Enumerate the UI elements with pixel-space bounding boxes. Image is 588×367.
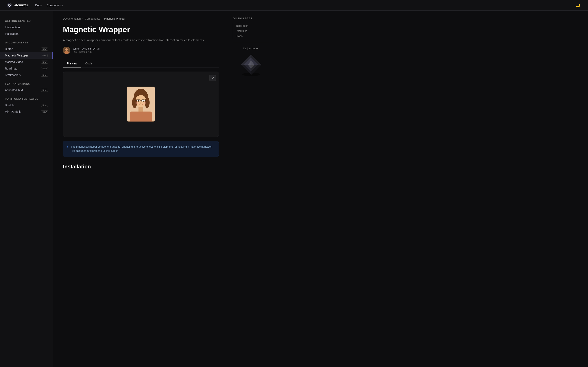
photo-card-inner [127, 87, 155, 122]
sidebar: Getting Started Introduction Installatio… [0, 11, 53, 367]
sidebar-item-masked-video-label: Masked Video [5, 60, 23, 64]
sidebar-item-introduction[interactable]: Introduction [0, 24, 53, 31]
preview-refresh-button[interactable]: ↺ [209, 75, 216, 81]
author-name: Written by Mihir (OPM) [73, 47, 100, 50]
preview-photo-card [127, 86, 155, 122]
avatar-icon [63, 47, 70, 54]
sidebar-item-roadmap[interactable]: Roadmap New [0, 65, 53, 72]
author-info: Written by Mihir (OPM) Last updated 22h [73, 47, 100, 53]
sidebar-item-masked-video[interactable]: Masked Video New [0, 59, 53, 65]
logo-text: atomix/ui [14, 3, 29, 7]
svg-point-26 [140, 102, 142, 104]
sidebar-item-mini-portfolio-badge: New [41, 110, 48, 113]
toc-title: On This Page [233, 17, 269, 20]
topnav-right: 🌙 [575, 2, 581, 9]
svg-point-19 [139, 100, 139, 101]
sidebar-item-roadmap-badge: New [41, 67, 48, 70]
sidebar-section-ui-components: UI Components [0, 39, 53, 46]
info-box: ℹ The MagneticWrapper component adds an … [63, 141, 219, 157]
sidebar-item-animated-text-label: Animated Text [5, 89, 23, 92]
theme-toggle-button[interactable]: 🌙 [575, 2, 581, 9]
logo-icon [7, 2, 12, 8]
sidebar-item-roadmap-label: Roadmap [5, 67, 17, 70]
breadcrumb-sep-1: › [82, 17, 83, 20]
tab-preview[interactable]: Preview [63, 60, 81, 67]
right-panel: On This Page Installation Examples Props… [229, 11, 274, 367]
topnav-links: Docs Components [35, 4, 568, 7]
sidebar-item-mini-portfolio-label: Mini Portfolio [5, 110, 21, 113]
sidebar-item-animated-text[interactable]: Animated Text New [0, 87, 53, 93]
toc-props[interactable]: Props [233, 33, 269, 39]
sidebar-item-button-label: Button [5, 47, 13, 50]
sidebar-item-magnetic-wrapper-badge: New [41, 54, 48, 57]
sidebar-item-bentolio[interactable]: Bentolio New [0, 102, 53, 108]
tab-code[interactable]: Code [81, 60, 96, 67]
logo[interactable]: atomix/ui [7, 2, 29, 8]
refresh-icon: ↺ [211, 76, 214, 80]
toc-installation[interactable]: Installation [233, 23, 269, 28]
tagline: It's just better. [243, 47, 259, 50]
main-layout: Getting Started Introduction Installatio… [0, 11, 588, 367]
sidebar-item-testimonials-label: Testimonials [5, 73, 21, 77]
sidebar-item-magnetic-wrapper-label: Magnetic Wrapper [5, 54, 28, 57]
sidebar-item-magnetic-wrapper[interactable]: Magnetic Wrapper New [0, 52, 53, 59]
sidebar-item-bentolio-badge: New [41, 104, 48, 107]
info-text: The MagneticWrapper component adds an en… [71, 145, 215, 153]
topnav: atomix/ui Docs Components 🌙 [0, 0, 588, 11]
sidebar-item-animated-text-badge: New [41, 89, 48, 92]
svg-point-4 [65, 48, 68, 51]
installation-section-title: Installation [63, 164, 219, 170]
breadcrumb-components[interactable]: Components [85, 17, 100, 20]
svg-point-30 [251, 60, 251, 61]
svg-point-28 [143, 102, 147, 104]
svg-point-20 [143, 100, 144, 101]
sidebar-item-button-badge: New [41, 48, 48, 50]
svg-rect-7 [138, 106, 143, 112]
sidebar-section-getting-started: Getting Started [0, 17, 53, 24]
sidebar-item-installation[interactable]: Installation [0, 31, 53, 37]
author-updated: Last updated 22h [73, 50, 100, 53]
page-title: Magnetic Wrapper [63, 25, 219, 34]
sidebar-item-mini-portfolio[interactable]: Mini Portfolio New [0, 108, 53, 115]
page-description: A magnetic effect wrapper component that… [63, 38, 219, 43]
sidebar-item-bentolio-label: Bentolio [5, 104, 15, 107]
preview-box: ↺ [63, 72, 219, 137]
portrait-illustration [127, 87, 155, 122]
logo-3d-container: It's just better. [233, 47, 269, 77]
content-area: Documentation › Components › Magnetic-wr… [53, 11, 229, 367]
sidebar-item-introduction-label: Introduction [5, 26, 20, 29]
sidebar-item-testimonials[interactable]: Testimonials New [0, 72, 53, 78]
svg-point-27 [135, 102, 139, 104]
breadcrumb-sep-2: › [102, 17, 103, 20]
svg-rect-9 [130, 111, 152, 122]
toc-examples[interactable]: Examples [233, 28, 269, 33]
info-icon: ℹ [67, 145, 68, 149]
nav-components[interactable]: Components [47, 4, 63, 7]
logo-3d-icon [239, 52, 263, 77]
sidebar-item-testimonials-badge: New [41, 74, 48, 77]
author-avatar [63, 47, 70, 54]
breadcrumb-current: Magnetic-wrapper [104, 17, 125, 20]
sidebar-section-text-animations: Text Animations [0, 80, 53, 87]
sidebar-item-installation-label: Installation [5, 32, 18, 35]
breadcrumb-documentation[interactable]: Documentation [63, 17, 81, 20]
sidebar-item-masked-video-badge: New [41, 60, 48, 64]
author-row: Written by Mihir (OPM) Last updated 22h [63, 47, 219, 54]
sidebar-item-button[interactable]: Button New [0, 46, 53, 52]
tabs: Preview Code [63, 60, 219, 67]
nav-docs[interactable]: Docs [35, 4, 42, 7]
breadcrumb: Documentation › Components › Magnetic-wr… [63, 17, 219, 20]
sidebar-section-portfolio: Portfolio Templates [0, 95, 53, 102]
